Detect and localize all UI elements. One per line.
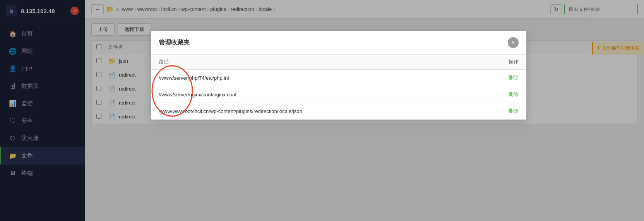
- modal-header: 管理收藏夹 ×: [151, 31, 526, 55]
- bookmark-path: //www/server/php/74/etc/php.ini: [159, 75, 488, 81]
- modal-title: 管理收藏夹: [159, 39, 190, 47]
- action-column-header: 操作: [488, 58, 519, 65]
- bookmark-row: //www/server/nginx/conf/nginx.conf 删除: [151, 86, 526, 103]
- bookmark-row: //www/server/php/74/etc/php.ini 删除: [151, 70, 526, 86]
- delete-button[interactable]: 删除: [509, 74, 519, 81]
- path-column-header: 路径: [159, 58, 488, 65]
- modal-table-header: 路径 操作: [151, 55, 526, 70]
- modal-overlay[interactable]: 管理收藏夹 × 路径 操作 //www/server/php/74/etc/ph…: [0, 0, 644, 221]
- delete-button[interactable]: 删除: [509, 108, 519, 115]
- bookmark-path: /www/wwwroot/ihcll.cn/wp-content/plugins…: [159, 108, 488, 114]
- delete-button[interactable]: 删除: [509, 91, 519, 98]
- bookmark-path: //www/server/nginx/conf/nginx.conf: [159, 92, 488, 98]
- modal-close-button[interactable]: ×: [508, 37, 519, 48]
- bookmarks-modal: 管理收藏夹 × 路径 操作 //www/server/php/74/etc/ph…: [151, 31, 526, 120]
- bookmark-row: /www/wwwroot/ihcll.cn/wp-content/plugins…: [151, 103, 526, 120]
- modal-body: 路径 操作 //www/server/php/74/etc/php.ini 删除…: [151, 55, 526, 120]
